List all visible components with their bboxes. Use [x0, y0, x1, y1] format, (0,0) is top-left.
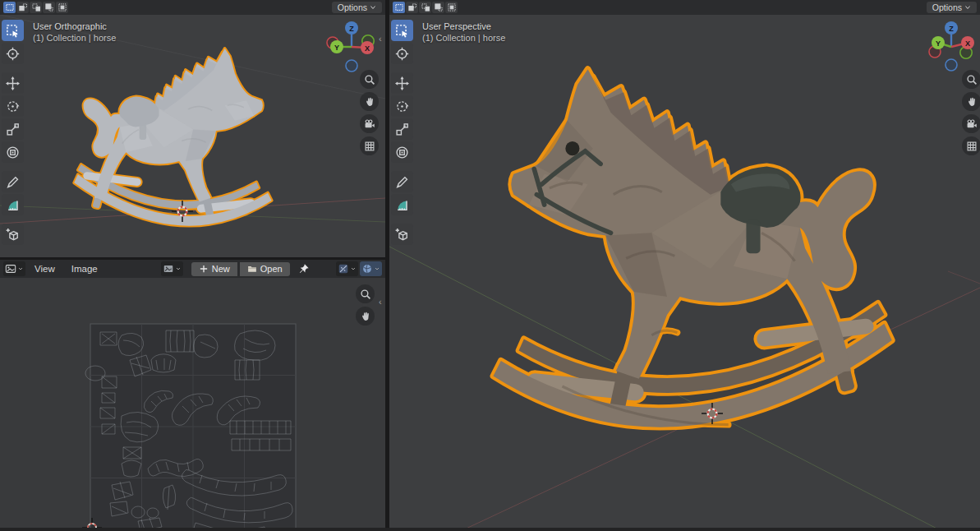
uv-image-editor[interactable]: View Image New Open [0, 260, 385, 531]
plus-icon [199, 264, 209, 274]
viewport-nav-buttons [360, 70, 379, 155]
chevron-down-icon [175, 266, 182, 272]
pan-hand-button-hand-icon[interactable] [356, 307, 375, 326]
select-mode-new-sel-new-icon[interactable] [393, 2, 405, 13]
cursor-3d [172, 201, 193, 222]
svg-text:Y: Y [936, 39, 941, 48]
zoom-button-zoom-icon[interactable] [360, 70, 379, 89]
rotate-tool-rotate-icon[interactable] [2, 95, 24, 117]
select-mode-invert-sel-invert-icon[interactable] [43, 2, 55, 13]
chevron-down-icon [370, 4, 376, 11]
measure-tool-measure-icon[interactable] [2, 194, 24, 215]
menu-view[interactable]: View [27, 264, 62, 274]
annotate-tool-annotate-icon[interactable] [2, 171, 24, 192]
select-mode-extend-sel-extend-icon[interactable] [16, 2, 29, 13]
move-tool-move-icon[interactable] [2, 72, 24, 94]
transform-tool-transform-icon[interactable] [2, 141, 24, 163]
chevron-down-icon [964, 4, 971, 11]
svg-text:Z: Z [349, 25, 354, 33]
collection-label: (1) Collection | horse [422, 32, 505, 44]
viewport-3d-perspective[interactable]: Options User Perspective (1) Collection … [389, 0, 980, 531]
chevron-down-icon [17, 266, 24, 272]
options-dropdown[interactable]: Options [332, 2, 382, 13]
camera-view-button-camera-icon[interactable] [962, 114, 980, 133]
select-mode-group [3, 2, 68, 13]
navigation-gizmo[interactable]: Z Y X [322, 17, 381, 76]
viewport-nav-buttons [962, 70, 980, 155]
select-mode-subtract-sel-subtract-icon[interactable] [419, 2, 431, 13]
window-bottom-edge [0, 528, 980, 531]
editor-type-selector[interactable] [3, 261, 25, 276]
transform-tool-transform-icon[interactable] [391, 141, 413, 163]
navigation-gizmo[interactable]: Z Y X [922, 17, 980, 76]
collection-label: (1) Collection | horse [33, 32, 116, 44]
view-mode-label: User Perspective [422, 21, 505, 32]
scene-object-horse-textured[interactable] [460, 41, 920, 501]
select-mode-group [393, 2, 458, 13]
measure-tool-measure-icon[interactable] [391, 194, 413, 215]
display-channels-icon [338, 263, 349, 275]
sidebar-toggle-arrow[interactable]: ‹ [379, 298, 382, 306]
chevron-down-icon [374, 266, 380, 272]
zoom-button-zoom-icon[interactable] [962, 70, 980, 89]
image-browse-icon [163, 263, 174, 275]
pin-icon [298, 263, 310, 275]
annotate-tool-annotate-icon[interactable] [391, 171, 413, 192]
pan-hand-button-hand-icon[interactable] [360, 92, 379, 111]
tool-shelf [391, 20, 413, 245]
select-mode-extend-sel-extend-icon[interactable] [406, 2, 418, 13]
scale-tool-scale-icon[interactable] [391, 118, 413, 140]
uv-nav-buttons [356, 284, 375, 326]
svg-text:Y: Y [334, 44, 339, 52]
tool-shelf [2, 20, 24, 245]
select-mode-subtract-sel-subtract-icon[interactable] [30, 2, 42, 13]
add-cube-tool-add-cube-icon[interactable] [391, 224, 413, 245]
move-tool-move-icon[interactable] [391, 72, 413, 94]
viewport-info-text: User Orthographic (1) Collection | horse [33, 21, 116, 44]
pin-icon-button[interactable] [298, 263, 310, 275]
uv-layout [0, 278, 385, 531]
zoom-button-zoom-icon[interactable] [356, 284, 375, 303]
pan-hand-button-hand-icon[interactable] [962, 92, 980, 111]
image-display-settings[interactable] [360, 261, 382, 276]
open-image-button[interactable]: Open [240, 262, 290, 276]
grid-ortho-button-grid-icon[interactable] [962, 136, 980, 155]
add-cube-tool-add-cube-icon[interactable] [2, 224, 24, 245]
options-label: Options [932, 2, 962, 12]
svg-text:X: X [365, 44, 370, 53]
editor-divider-vertical[interactable] [385, 0, 389, 531]
open-button-label: Open [260, 264, 283, 274]
viewport-header: Options [0, 0, 385, 15]
rotate-tool-rotate-icon[interactable] [391, 95, 413, 117]
select-mode-new-sel-new-icon[interactable] [3, 2, 16, 13]
select-mode-invert-sel-invert-icon[interactable] [432, 2, 444, 13]
svg-text:Z: Z [949, 25, 954, 33]
chevron-down-icon [350, 266, 357, 272]
sidebar-toggle-arrow[interactable]: ‹ [379, 35, 382, 43]
viewport-3d-orthographic[interactable]: Options User Orthographic (1) Collection… [0, 0, 385, 257]
options-dropdown[interactable]: Options [927, 2, 977, 13]
select-box-tool-select-box-icon[interactable] [2, 20, 24, 41]
uv-canvas[interactable] [0, 278, 385, 531]
new-image-button[interactable]: New [191, 262, 237, 276]
cursor-tool-cursor-icon[interactable] [2, 43, 24, 64]
menu-image[interactable]: Image [64, 264, 105, 274]
svg-text:X: X [965, 39, 970, 48]
image-datablock-selector[interactable] [161, 261, 183, 276]
camera-view-button-camera-icon[interactable] [360, 114, 379, 133]
grid-ortho-button-grid-icon[interactable] [360, 136, 379, 155]
uv-editor-header: View Image New Open [0, 260, 385, 278]
image-editor-icon [5, 263, 16, 275]
viewport-info-text: User Perspective (1) Collection | horse [422, 21, 505, 44]
options-label: Options [338, 2, 367, 12]
viewport-header: Options [389, 0, 980, 15]
image-display-sphere-icon [361, 263, 373, 275]
display-channels-dropdown[interactable] [336, 261, 358, 276]
select-mode-intersect-sel-intersect-icon[interactable] [56, 2, 68, 13]
select-mode-intersect-sel-intersect-icon[interactable] [445, 2, 458, 13]
editor-divider-horizontal[interactable] [0, 257, 385, 260]
new-button-label: New [212, 264, 230, 274]
select-box-tool-select-box-icon[interactable] [391, 20, 413, 41]
scale-tool-scale-icon[interactable] [2, 118, 24, 140]
cursor-tool-cursor-icon[interactable] [391, 43, 413, 64]
